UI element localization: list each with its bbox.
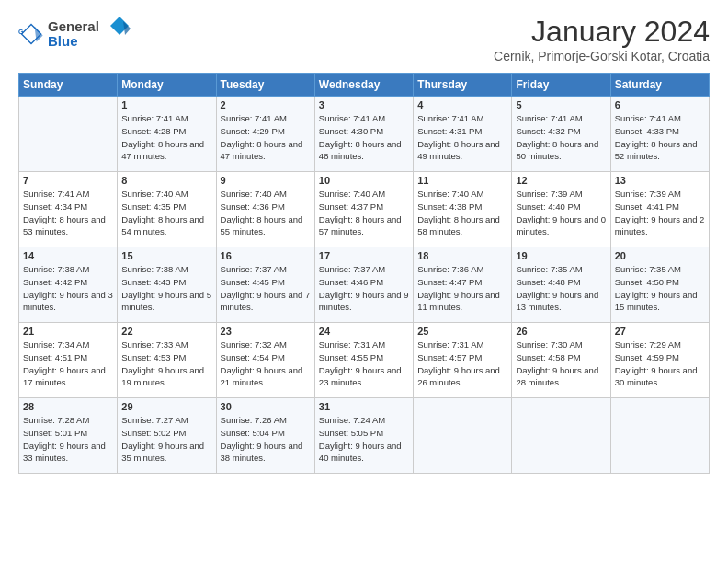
sunrise-text: Sunrise: 7:29 AM [615, 339, 705, 351]
svg-marker-6 [123, 21, 131, 35]
daylight-text: Daylight: 8 hours and 50 minutes. [516, 138, 606, 164]
day-number: 15 [121, 250, 211, 261]
daylight-text: Daylight: 9 hours and 30 minutes. [615, 364, 705, 390]
day-info: Sunrise: 7:34 AM Sunset: 4:51 PM Dayligh… [23, 339, 113, 389]
table-row: 7 Sunrise: 7:41 AM Sunset: 4:34 PM Dayli… [19, 172, 118, 247]
day-info: Sunrise: 7:35 AM Sunset: 4:50 PM Dayligh… [615, 263, 705, 314]
day-number: 1 [121, 99, 211, 110]
sunrise-text: Sunrise: 7:41 AM [23, 188, 113, 201]
table-row: 20 Sunrise: 7:35 AM Sunset: 4:50 PM Dayl… [610, 247, 709, 323]
table-row: 13 Sunrise: 7:39 AM Sunset: 4:41 PM Dayl… [610, 172, 709, 247]
sunset-text: Sunset: 4:57 PM [417, 351, 507, 364]
header: G General Blue January 2024 Cernik, Prim… [18, 15, 710, 63]
day-info: Sunrise: 7:40 AM Sunset: 4:35 PM Dayligh… [121, 188, 211, 238]
col-wednesday: Wednesday [314, 74, 413, 97]
day-info: Sunrise: 7:40 AM Sunset: 4:38 PM Dayligh… [417, 188, 507, 238]
table-row: 26 Sunrise: 7:30 AM Sunset: 4:58 PM Dayl… [512, 323, 610, 398]
sunset-text: Sunset: 4:31 PM [417, 125, 507, 138]
sunset-text: Sunset: 4:55 PM [319, 351, 409, 364]
table-row: 1 Sunrise: 7:41 AM Sunset: 4:28 PM Dayli… [118, 97, 216, 172]
day-info: Sunrise: 7:41 AM Sunset: 4:31 PM Dayligh… [417, 112, 507, 163]
calendar-week-row: 28 Sunrise: 7:28 AM Sunset: 5:01 PM Dayl… [19, 398, 710, 474]
day-info: Sunrise: 7:33 AM Sunset: 4:53 PM Dayligh… [121, 339, 211, 389]
col-friday: Friday [512, 74, 610, 97]
sunset-text: Sunset: 4:41 PM [615, 201, 705, 213]
table-row [19, 97, 118, 172]
day-info: Sunrise: 7:31 AM Sunset: 4:57 PM Dayligh… [417, 339, 507, 389]
daylight-text: Daylight: 9 hours and 11 minutes. [417, 289, 507, 315]
sunset-text: Sunset: 4:53 PM [121, 351, 211, 364]
day-number: 29 [121, 401, 211, 412]
sunset-text: Sunset: 4:45 PM [221, 276, 311, 289]
sunset-text: Sunset: 4:46 PM [319, 276, 409, 289]
day-number: 26 [516, 326, 606, 337]
col-monday: Monday [118, 74, 216, 97]
daylight-text: Daylight: 8 hours and 52 minutes. [615, 138, 705, 164]
table-row: 16 Sunrise: 7:37 AM Sunset: 4:45 PM Dayl… [216, 247, 314, 323]
day-info: Sunrise: 7:27 AM Sunset: 5:02 PM Dayligh… [121, 414, 211, 465]
day-number: 9 [221, 175, 311, 186]
table-row: 2 Sunrise: 7:41 AM Sunset: 4:29 PM Dayli… [216, 97, 314, 172]
sunrise-text: Sunrise: 7:40 AM [221, 188, 311, 201]
table-row: 15 Sunrise: 7:38 AM Sunset: 4:43 PM Dayl… [118, 247, 216, 323]
col-tuesday: Tuesday [216, 74, 314, 97]
sunset-text: Sunset: 4:34 PM [23, 201, 113, 213]
sunrise-text: Sunrise: 7:35 AM [615, 263, 705, 276]
day-number: 10 [319, 175, 409, 186]
table-row: 31 Sunrise: 7:24 AM Sunset: 5:05 PM Dayl… [314, 398, 413, 474]
sunset-text: Sunset: 4:37 PM [319, 201, 409, 213]
sunset-text: Sunset: 4:28 PM [121, 125, 211, 138]
calendar-week-row: 21 Sunrise: 7:34 AM Sunset: 4:51 PM Dayl… [19, 323, 710, 398]
sunset-text: Sunset: 4:51 PM [23, 351, 113, 364]
sunset-text: Sunset: 4:36 PM [221, 201, 311, 213]
sunset-text: Sunset: 5:05 PM [319, 427, 409, 440]
calendar-week-row: 14 Sunrise: 7:38 AM Sunset: 4:42 PM Dayl… [19, 247, 710, 323]
sunset-text: Sunset: 4:48 PM [516, 276, 606, 289]
sunset-text: Sunset: 4:43 PM [121, 276, 211, 289]
day-info: Sunrise: 7:38 AM Sunset: 4:43 PM Dayligh… [121, 263, 211, 314]
col-thursday: Thursday [414, 74, 512, 97]
daylight-text: Daylight: 8 hours and 53 minutes. [23, 213, 113, 239]
day-number: 17 [319, 250, 409, 261]
sunrise-text: Sunrise: 7:40 AM [319, 188, 409, 201]
day-number: 23 [221, 326, 311, 337]
sunrise-text: Sunrise: 7:37 AM [221, 263, 311, 276]
table-row: 4 Sunrise: 7:41 AM Sunset: 4:31 PM Dayli… [414, 97, 512, 172]
day-number: 18 [417, 250, 507, 261]
daylight-text: Daylight: 9 hours and 15 minutes. [615, 289, 705, 315]
day-info: Sunrise: 7:41 AM Sunset: 4:34 PM Dayligh… [23, 188, 113, 238]
day-number: 5 [516, 99, 606, 110]
sunrise-text: Sunrise: 7:41 AM [417, 112, 507, 125]
sunrise-text: Sunrise: 7:24 AM [319, 414, 409, 427]
daylight-text: Daylight: 9 hours and 7 minutes. [221, 289, 311, 315]
day-info: Sunrise: 7:28 AM Sunset: 5:01 PM Dayligh… [23, 414, 113, 465]
daylight-text: Daylight: 8 hours and 47 minutes. [221, 138, 311, 164]
sunset-text: Sunset: 5:04 PM [221, 427, 311, 440]
daylight-text: Daylight: 9 hours and 28 minutes. [516, 364, 606, 390]
daylight-text: Daylight: 9 hours and 21 minutes. [221, 364, 311, 390]
sunset-text: Sunset: 4:54 PM [221, 351, 311, 364]
table-row: 21 Sunrise: 7:34 AM Sunset: 4:51 PM Dayl… [19, 323, 118, 398]
daylight-text: Daylight: 9 hours and 9 minutes. [319, 289, 409, 315]
sunrise-text: Sunrise: 7:28 AM [23, 414, 113, 427]
day-number: 22 [121, 326, 211, 337]
daylight-text: Daylight: 9 hours and 17 minutes. [23, 364, 113, 390]
sunset-text: Sunset: 5:02 PM [121, 427, 211, 440]
table-row: 17 Sunrise: 7:37 AM Sunset: 4:46 PM Dayl… [314, 247, 413, 323]
logo-icon: G [18, 21, 44, 47]
logo: G General Blue [18, 15, 131, 54]
day-info: Sunrise: 7:40 AM Sunset: 4:37 PM Dayligh… [319, 188, 409, 238]
day-info: Sunrise: 7:41 AM Sunset: 4:29 PM Dayligh… [221, 112, 311, 163]
sunset-text: Sunset: 4:33 PM [615, 125, 705, 138]
calendar-table: Sunday Monday Tuesday Wednesday Thursday… [18, 73, 710, 474]
sunset-text: Sunset: 4:38 PM [417, 201, 507, 213]
table-row [610, 398, 709, 474]
sunrise-text: Sunrise: 7:33 AM [121, 339, 211, 351]
calendar-week-row: 1 Sunrise: 7:41 AM Sunset: 4:28 PM Dayli… [19, 97, 710, 172]
daylight-text: Daylight: 8 hours and 55 minutes. [221, 213, 311, 239]
daylight-text: Daylight: 9 hours and 19 minutes. [121, 364, 211, 390]
day-number: 4 [417, 99, 507, 110]
day-number: 8 [121, 175, 211, 186]
daylight-text: Daylight: 9 hours and 5 minutes. [121, 289, 211, 315]
sunrise-text: Sunrise: 7:36 AM [417, 263, 507, 276]
